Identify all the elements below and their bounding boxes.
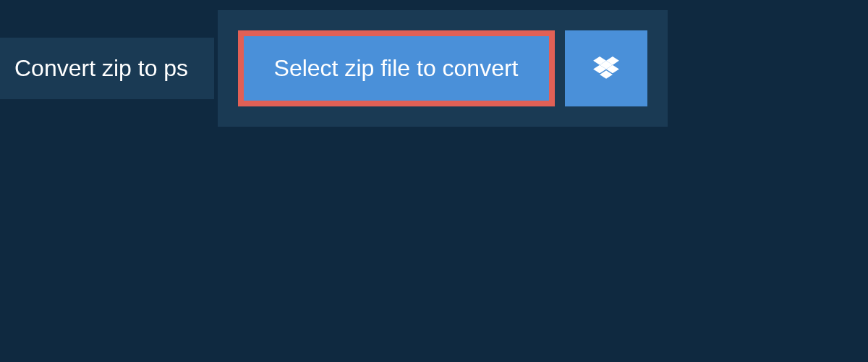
- select-file-button-label: Select zip file to convert: [274, 55, 519, 82]
- dropbox-button[interactable]: [565, 30, 647, 106]
- header-tab: Convert zip to ps: [0, 38, 214, 99]
- select-file-button[interactable]: Select zip file to convert: [238, 30, 555, 106]
- page-title: Convert zip to ps: [14, 55, 188, 82]
- upload-area: Select zip file to convert: [218, 10, 668, 127]
- dropbox-icon: [593, 56, 619, 81]
